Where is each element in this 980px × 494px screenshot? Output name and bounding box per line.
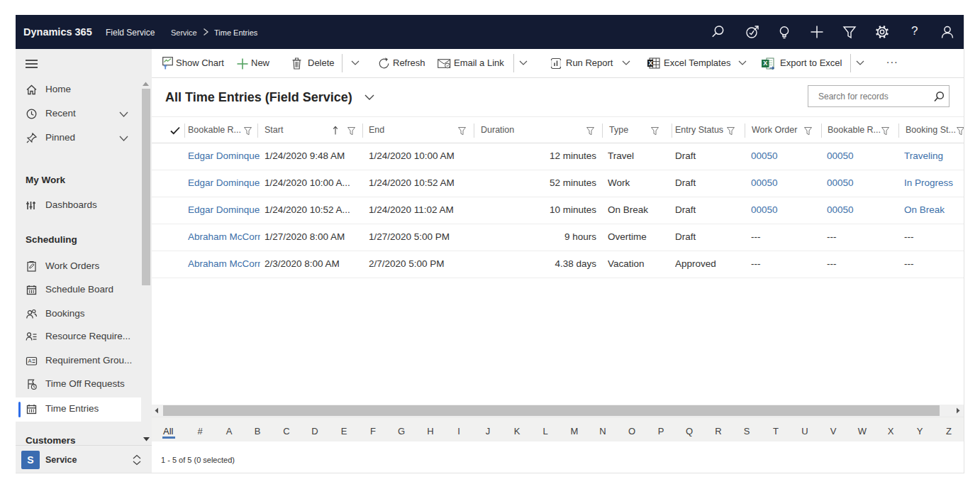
svg-text:A: A <box>28 358 32 364</box>
svg-text:X: X <box>763 60 767 67</box>
svg-text:X: X <box>649 60 653 67</box>
